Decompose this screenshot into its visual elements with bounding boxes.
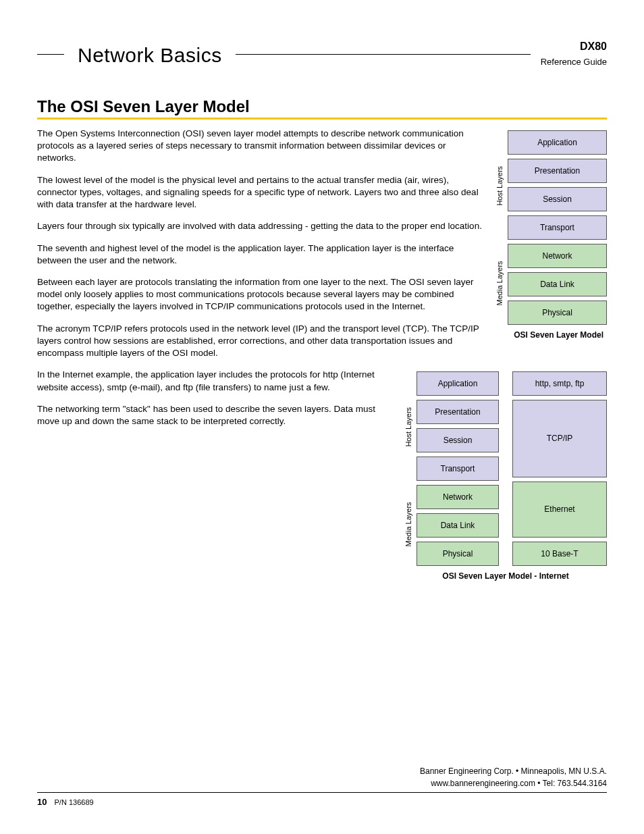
part-number: P/N 136689 — [55, 798, 94, 806]
header-right: DX80 Reference Guide — [541, 41, 607, 67]
reference-guide-label: Reference Guide — [541, 57, 607, 67]
layer-physical: Physical — [508, 301, 607, 325]
layer-application: Application — [508, 130, 607, 155]
osi-boxes: Application Presentation Session Transpo… — [508, 130, 607, 325]
osi-internet-right-col: http, smtp, ftp TCP/IP Ethernet 10 Base-… — [512, 371, 607, 566]
layer-transport: Transport — [508, 215, 607, 240]
header-rule-center — [236, 54, 531, 55]
layer-datalink: Data Link — [508, 272, 607, 296]
host-layers-label: Host Layers — [495, 130, 508, 242]
protocol-tcpip: TCP/IP — [512, 400, 607, 477]
footer-line-1: Banner Engineering Corp. • Minneapolis, … — [37, 766, 607, 777]
layer-transport-2: Transport — [417, 457, 499, 481]
page-header: Network Basics DX80 Reference Guide — [37, 41, 607, 67]
footer-left: 10 P/N 136689 — [37, 797, 607, 807]
osi-side-labels: Host Layers Media Layers — [495, 130, 508, 325]
osi-model-figure: Host Layers Media Layers Application Pre… — [495, 130, 607, 340]
page-number: 10 — [37, 797, 47, 807]
product-model: DX80 — [541, 41, 607, 53]
header-rule-left — [37, 54, 64, 55]
protocol-tenbase: 10 Base-T — [512, 542, 607, 566]
osi-internet-side-labels: Host Layers Media Layers — [404, 371, 417, 566]
body-content: Host Layers Media Layers Application Pre… — [37, 128, 607, 427]
header-title: Network Basics — [78, 44, 222, 67]
protocol-http: http, smtp, ftp — [512, 371, 607, 396]
layer-application-2: Application — [417, 371, 499, 396]
osi-column: Host Layers Media Layers Application Pre… — [495, 130, 607, 325]
media-layers-label: Media Layers — [495, 242, 508, 325]
layer-session: Session — [508, 187, 607, 211]
layer-datalink-2: Data Link — [417, 513, 499, 538]
page: Network Basics DX80 Reference Guide The … — [0, 0, 644, 834]
osi-internet-caption: OSI Seven Layer Model - Internet — [404, 571, 607, 581]
osi-internet-columns: Host Layers Media Layers Application Pre… — [404, 371, 607, 566]
layer-presentation-2: Presentation — [417, 400, 499, 424]
layer-network: Network — [508, 244, 607, 268]
osi-internet-figure: Host Layers Media Layers Application Pre… — [404, 371, 607, 581]
section-title: The OSI Seven Layer Model — [37, 97, 607, 120]
footer-line-2: www.bannerengineering.com • Tel: 763.544… — [37, 778, 607, 789]
media-layers-label-2: Media Layers — [404, 483, 417, 566]
osi-caption: OSI Seven Layer Model — [495, 330, 603, 340]
footer-rule — [37, 792, 607, 793]
footer-company: Banner Engineering Corp. • Minneapolis, … — [37, 766, 607, 789]
protocol-ethernet: Ethernet — [512, 481, 607, 538]
osi-internet-left-col: Application Presentation Session Transpo… — [417, 371, 499, 566]
page-footer: Banner Engineering Corp. • Minneapolis, … — [37, 766, 607, 807]
host-layers-label-2: Host Layers — [404, 371, 417, 483]
layer-physical-2: Physical — [417, 542, 499, 566]
layer-network-2: Network — [417, 485, 499, 509]
layer-presentation: Presentation — [508, 159, 607, 183]
layer-session-2: Session — [417, 428, 499, 452]
